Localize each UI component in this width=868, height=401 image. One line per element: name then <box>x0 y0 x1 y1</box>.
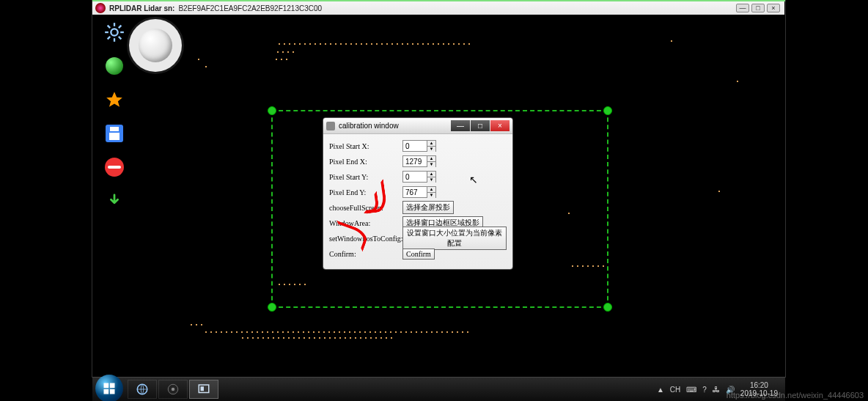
svg-rect-9 <box>104 383 109 388</box>
watermark: https://blog.csdn.net/weixin_44446603 <box>727 391 864 400</box>
calib-minimize-button[interactable]: — <box>451 120 470 131</box>
svg-point-0 <box>111 29 117 35</box>
tray-help-icon[interactable]: ? <box>702 386 707 394</box>
svg-point-15 <box>172 388 175 391</box>
spin-down-icon[interactable]: ▼ <box>427 192 435 198</box>
value-pixel-end-y: 767 <box>405 188 418 196</box>
input-pixel-end-y[interactable]: 767 ▲▼ <box>402 186 436 198</box>
calibration-titlebar[interactable]: calibration window — □ × <box>323 118 512 134</box>
tray-triangle-icon[interactable]: ▲ <box>657 386 664 394</box>
title-label: RPLIDAR Lidar sn: <box>109 4 174 12</box>
spin-down-icon[interactable]: ▼ <box>427 161 435 167</box>
svg-rect-10 <box>110 383 115 388</box>
taskbar-app-1[interactable] <box>128 380 157 399</box>
value-pixel-start-y: 0 <box>405 173 410 181</box>
start-button[interactable] <box>95 375 123 402</box>
cursor-icon: ↖ <box>469 174 478 185</box>
stop-icon[interactable] <box>103 155 126 179</box>
tray-network-icon[interactable]: 🖧 <box>713 386 720 394</box>
start-icon[interactable] <box>103 54 126 78</box>
spin-up-icon[interactable]: ▲ <box>427 187 435 192</box>
maximize-button[interactable]: □ <box>751 4 765 12</box>
calibrate-icon[interactable] <box>103 88 126 111</box>
svg-rect-11 <box>104 389 109 394</box>
svg-rect-12 <box>110 389 115 394</box>
app-titlebar: RPLIDAR Lidar sn: B2EF9AF2C1EA9FC2A2EB92… <box>92 1 784 15</box>
handle-bottom-right[interactable] <box>603 303 612 312</box>
svg-rect-17 <box>201 386 205 391</box>
calib-maximize-button[interactable]: □ <box>471 120 490 131</box>
handle-top-left[interactable] <box>268 106 276 115</box>
spin-up-icon[interactable]: ▲ <box>427 172 435 177</box>
spin-down-icon[interactable]: ▼ <box>427 146 435 152</box>
spin-down-icon[interactable]: ▼ <box>427 177 435 183</box>
close-button[interactable]: × <box>767 4 780 12</box>
choose-fullscreen-button[interactable]: 选择全屏投影 <box>402 201 454 214</box>
taskbar-app-2[interactable] <box>158 380 188 399</box>
svg-line-7 <box>108 37 111 40</box>
input-pixel-end-x[interactable]: 1279 ▲▼ <box>402 155 436 167</box>
svg-line-6 <box>119 37 122 40</box>
calibration-title-text: calibration window <box>339 122 399 130</box>
value-pixel-start-x: 0 <box>405 142 410 150</box>
save-icon[interactable] <box>103 122 126 145</box>
tray-language[interactable]: CH <box>670 386 680 394</box>
set-config-button[interactable]: 设置窗口大小位置为当前像素配置 <box>402 227 507 250</box>
input-pixel-start-y[interactable]: 0 ▲▼ <box>402 171 436 183</box>
svg-line-8 <box>119 26 122 29</box>
minimize-button[interactable]: — <box>736 4 749 12</box>
app-icon <box>95 3 106 13</box>
taskbar: ▲ CH ⌨ ? 🖧 🔊 16:20 2019-10-19 <box>92 377 785 401</box>
label-confirm: Confirm: <box>329 250 402 258</box>
label-pixel-start-x: Pixel Start X: <box>329 142 402 150</box>
calib-close-button[interactable]: × <box>490 120 510 131</box>
input-pixel-start-x[interactable]: 0 ▲▼ <box>402 140 436 152</box>
download-icon[interactable] <box>103 189 126 213</box>
svg-line-5 <box>108 26 111 29</box>
value-pixel-end-x: 1279 <box>405 158 422 166</box>
label-pixel-start-y: Pixel Start Y: <box>329 173 402 181</box>
tray-keyboard-icon[interactable]: ⌨ <box>686 386 696 394</box>
spin-up-icon[interactable]: ▲ <box>427 141 435 146</box>
settings-icon[interactable] <box>103 21 126 44</box>
spin-up-icon[interactable]: ▲ <box>427 156 435 161</box>
taskbar-app-3[interactable] <box>189 380 218 399</box>
calibration-icon <box>326 122 335 130</box>
angle-dial[interactable] <box>129 19 182 72</box>
tray-time: 16:20 <box>750 381 768 389</box>
label-pixel-end-x: Pixel End X: <box>329 158 402 166</box>
handle-top-right[interactable] <box>603 106 612 115</box>
handle-bottom-left[interactable] <box>268 303 276 312</box>
serial-number: B2EF9AF2C1EA9FC2A2EB92F1213C3C00 <box>178 4 322 12</box>
confirm-button[interactable]: Confirm <box>402 249 435 260</box>
